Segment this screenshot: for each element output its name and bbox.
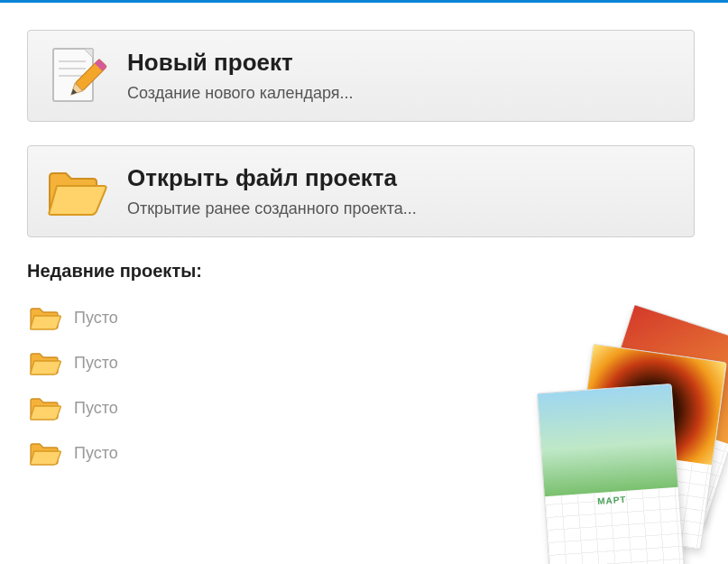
recent-projects-section: Недавние проекты: Пусто Пусто <box>27 261 728 471</box>
recent-project-label: Пусто <box>74 354 118 373</box>
recent-project-item[interactable]: Пусто <box>27 345 728 381</box>
recent-project-label: Пусто <box>74 444 118 463</box>
open-project-title: Открыть файл проекта <box>127 164 417 192</box>
recent-projects-heading: Недавние проекты: <box>27 261 728 282</box>
recent-project-item[interactable]: Пусто <box>27 300 728 336</box>
new-project-text: Новый проект Создание нового календаря..… <box>127 49 354 103</box>
folder-open-icon <box>44 159 109 224</box>
calendar-month-label: МАРТ <box>545 491 678 510</box>
folder-icon <box>29 439 61 467</box>
open-project-button[interactable]: Открыть файл проекта Открытие ранее созд… <box>27 145 695 237</box>
folder-icon <box>29 348 61 377</box>
folder-icon <box>29 303 61 332</box>
pencil-document-icon <box>44 43 109 108</box>
new-project-button[interactable]: Новый проект Создание нового календаря..… <box>27 30 695 122</box>
open-project-text: Открыть файл проекта Открытие ранее созд… <box>127 164 417 218</box>
recent-project-label: Пусто <box>74 399 118 418</box>
new-project-title: Новый проект <box>127 49 354 77</box>
recent-project-item[interactable]: Пусто <box>27 390 728 426</box>
recent-project-item[interactable]: Пусто <box>27 435 728 471</box>
recent-project-label: Пусто <box>74 309 118 328</box>
recent-projects-list: Пусто Пусто Пусто <box>27 300 728 471</box>
open-project-description: Открытие ранее созданного проекта... <box>127 199 417 218</box>
new-project-description: Создание нового календаря... <box>127 84 354 103</box>
folder-icon <box>29 393 61 422</box>
